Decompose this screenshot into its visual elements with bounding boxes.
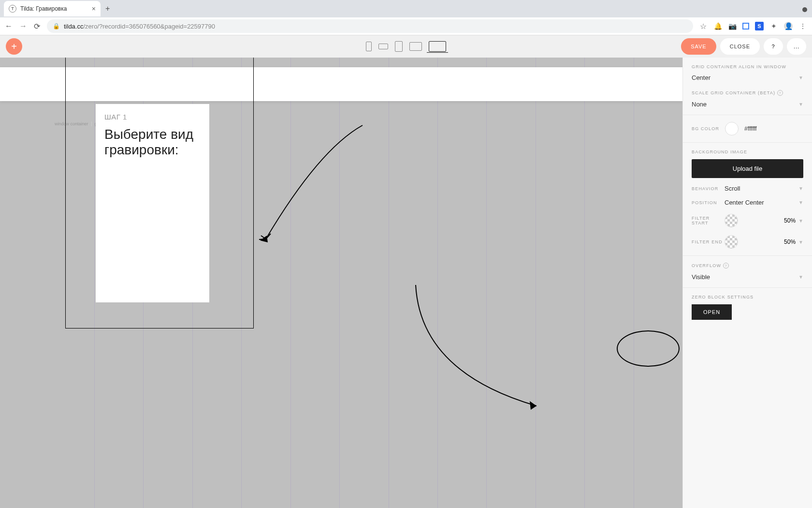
device-phone-landscape-icon[interactable] xyxy=(378,44,388,49)
device-desktop-icon[interactable] xyxy=(429,41,446,52)
lock-icon: 🔒 xyxy=(53,23,60,30)
new-tab-button[interactable]: + xyxy=(105,4,110,13)
overflow-select[interactable]: Visible ▼ xyxy=(692,273,803,281)
bgimage-label: BACKGROUND IMAGE xyxy=(692,149,803,154)
profile-indicator-icon[interactable] xyxy=(802,7,807,12)
url-path: /zero/?recordid=365076560&pageid=2259779… xyxy=(83,23,215,30)
filter-end-label: FILTER END xyxy=(692,239,725,244)
back-button[interactable]: ← xyxy=(5,22,13,30)
behavior-select[interactable]: Scroll ▼ xyxy=(725,185,803,192)
scale-select[interactable]: None ▼ xyxy=(692,101,803,108)
upload-button[interactable]: Upload file xyxy=(692,159,803,178)
tab-title: Tilda: Гравировка xyxy=(20,5,88,12)
help-button[interactable]: ? xyxy=(764,38,783,55)
browser-menu-icon[interactable]: ⋮ xyxy=(798,22,807,30)
chevron-down-icon[interactable]: ▼ xyxy=(798,239,803,245)
chevron-down-icon: ▼ xyxy=(798,186,803,191)
tab-favicon: T xyxy=(9,5,16,13)
extension-icons: 🔔 📷 S ✦ 👤 ⋮ xyxy=(713,22,807,30)
grid-align-select[interactable]: Center ▼ xyxy=(692,74,803,81)
browser-tab-bar: T Tilda: Гравировка × + xyxy=(0,0,812,17)
chevron-down-icon[interactable]: ▼ xyxy=(798,218,803,224)
ext-icon-square[interactable] xyxy=(742,23,749,30)
filter-start-value: 50% xyxy=(784,217,796,224)
filter-start-label: FILTER START xyxy=(692,216,725,225)
device-tablet-icon[interactable] xyxy=(395,41,403,52)
bgcolor-label: BG COLOR xyxy=(692,126,719,131)
close-button[interactable]: CLOSE xyxy=(720,38,760,55)
open-button[interactable]: OPEN xyxy=(692,304,732,320)
user-avatar-icon[interactable]: 👤 xyxy=(784,22,793,30)
grid-align-value: Center xyxy=(692,74,710,81)
ext-icon-camera[interactable]: 📷 xyxy=(728,22,737,30)
extensions-puzzle-icon[interactable]: ✦ xyxy=(769,22,778,30)
device-tablet-landscape-icon[interactable] xyxy=(409,42,422,51)
behavior-value: Scroll xyxy=(725,185,740,192)
bgcolor-value[interactable]: #ffffff xyxy=(744,125,757,132)
help-icon[interactable]: ? xyxy=(777,90,783,96)
more-button[interactable]: ... xyxy=(787,38,806,55)
filter-end-value: 50% xyxy=(784,239,796,245)
position-select[interactable]: Center Center ▼ xyxy=(725,199,803,206)
add-element-button[interactable]: + xyxy=(6,38,22,55)
position-label: POSITION xyxy=(692,200,725,205)
ext-icon-1[interactable]: 🔔 xyxy=(713,22,722,30)
save-button[interactable]: SAVE xyxy=(681,38,716,55)
behavior-label: BEHAVIOR xyxy=(692,186,725,191)
forward-button[interactable]: → xyxy=(19,22,27,30)
chevron-down-icon: ▼ xyxy=(798,274,803,280)
url-domain: tilda.cc xyxy=(64,23,83,30)
tab-close-icon[interactable]: × xyxy=(92,5,96,13)
device-phone-icon[interactable] xyxy=(366,42,372,51)
chevron-down-icon: ▼ xyxy=(798,200,803,205)
filter-end-swatch[interactable] xyxy=(725,235,738,249)
device-switcher xyxy=(366,41,446,52)
overflow-value: Visible xyxy=(692,273,710,281)
bookmark-icon[interactable]: ☆ xyxy=(700,22,707,31)
browser-tab[interactable]: T Tilda: Гравировка × xyxy=(4,1,101,16)
scale-label: SCALE GRID CONTAINER (BETA) ? xyxy=(692,90,803,96)
url-input[interactable]: 🔒 tilda.cc/zero/?recordid=365076560&page… xyxy=(47,19,693,33)
chevron-down-icon: ▼ xyxy=(798,75,803,80)
canvas[interactable]: window container grid ШАГ 1 Выберите вид… xyxy=(0,58,682,508)
reload-button[interactable]: ⟳ xyxy=(34,22,40,31)
bgcolor-swatch[interactable] xyxy=(725,122,739,135)
overflow-label: OVERFLOW ? xyxy=(692,263,803,269)
editor-toolbar: + SAVE CLOSE ? ... xyxy=(0,35,812,58)
selection-frame xyxy=(65,58,254,329)
scale-value: None xyxy=(692,101,707,108)
position-value: Center Center xyxy=(725,199,764,206)
ext-icon-s[interactable]: S xyxy=(755,22,764,30)
filter-start-swatch[interactable] xyxy=(725,214,738,227)
chevron-down-icon: ▼ xyxy=(798,102,803,107)
browser-address-bar: ← → ⟳ 🔒 tilda.cc/zero/?recordid=36507656… xyxy=(0,17,812,35)
settings-panel: GRID CONTAINER ALIGN IN WINDOW Center ▼ … xyxy=(682,58,812,508)
grid-align-label: GRID CONTAINER ALIGN IN WINDOW xyxy=(692,64,803,69)
help-icon[interactable]: ? xyxy=(723,263,729,269)
zero-settings-label: ZERO BLOCK SETTINGS xyxy=(692,295,803,299)
